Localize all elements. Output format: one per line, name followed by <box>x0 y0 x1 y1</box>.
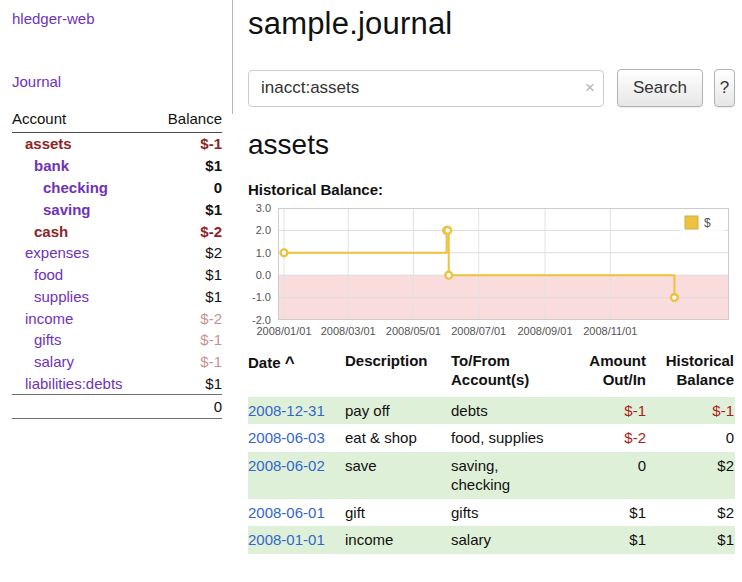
chart-title: Historical Balance: <box>248 181 735 198</box>
account-balance: $-2 <box>153 307 222 329</box>
accounts-total-spacer <box>12 395 153 419</box>
transaction-balance: $2 <box>647 499 735 527</box>
account-row: food$1 <box>12 264 222 286</box>
clear-search-icon[interactable]: × <box>585 79 595 96</box>
account-name-cell: liabilities:debts <box>12 373 153 395</box>
transaction-description: income <box>345 526 451 554</box>
account-name-cell: food <box>12 264 153 286</box>
transaction-date-link[interactable]: 2008-06-03 <box>248 429 325 446</box>
col-amount: Amount Out/In <box>561 350 647 397</box>
help-button[interactable]: ? <box>714 69 735 107</box>
legend-swatch <box>685 216 698 229</box>
accounts-total-row: 0 <box>12 395 222 419</box>
account-balance: $1 <box>153 198 222 220</box>
transaction-description: save <box>345 452 451 499</box>
account-link[interactable]: saving <box>43 201 91 218</box>
account-name-cell: expenses <box>12 242 153 264</box>
register-header-row: Date ^ Description To/From Account(s) Am… <box>248 350 735 397</box>
account-name-cell: assets <box>12 133 153 155</box>
account-link[interactable]: gifts <box>34 331 62 348</box>
svg-text:0.0: 0.0 <box>256 269 271 281</box>
account-row: assets$-1 <box>12 133 222 155</box>
data-point <box>445 272 452 279</box>
account-link[interactable]: food <box>34 266 63 283</box>
account-balance: $1 <box>153 264 222 286</box>
transaction-row: 2008-06-03eat & shopfood, supplies$-20 <box>248 424 735 452</box>
account-row: income$-2 <box>12 307 222 329</box>
account-row: salary$-1 <box>12 351 222 373</box>
transaction-amount: $-2 <box>561 424 647 452</box>
account-link[interactable]: expenses <box>25 244 89 261</box>
transaction-row: 2008-06-01giftgifts$1$2 <box>248 499 735 527</box>
account-balance: $1 <box>153 373 222 395</box>
account-link[interactable]: liabilities:debts <box>25 375 123 392</box>
account-link[interactable]: checking <box>43 179 108 196</box>
account-balance: $1 <box>153 285 222 307</box>
account-row: saving$1 <box>12 198 222 220</box>
transaction-date-link[interactable]: 2008-01-01 <box>248 531 325 548</box>
col-description: Description <box>345 350 451 397</box>
transaction-description: pay off <box>345 397 451 425</box>
account-name-cell: checking <box>12 177 153 199</box>
transaction-date-cell: 2008-12-31 <box>248 397 345 425</box>
col-date[interactable]: Date ^ <box>248 350 345 397</box>
chart-legend: $ <box>679 212 726 234</box>
account-link[interactable]: bank <box>34 157 69 174</box>
account-row: checking0 <box>12 177 222 199</box>
sidebar: hledger-web Journal Account Balance asse… <box>0 0 233 582</box>
account-link[interactable]: salary <box>34 353 74 370</box>
search-button[interactable]: Search <box>617 69 703 107</box>
svg-text:-2.0: -2.0 <box>252 314 271 326</box>
account-name-cell: income <box>12 307 153 329</box>
transaction-balance: $-1 <box>647 397 735 425</box>
transaction-date-link[interactable]: 2008-06-01 <box>248 504 325 521</box>
data-point <box>671 294 678 301</box>
svg-text:3.0: 3.0 <box>256 204 271 214</box>
account-name-cell: supplies <box>12 285 153 307</box>
account-balance: $-2 <box>153 220 222 242</box>
account-balance: $2 <box>153 242 222 264</box>
transaction-row: 2008-12-31pay offdebts$-1$-1 <box>248 397 735 425</box>
page-title: sample.journal <box>248 6 735 42</box>
account-name-cell: saving <box>12 198 153 220</box>
account-link[interactable]: assets <box>25 135 72 152</box>
account-row: liabilities:debts$1 <box>12 373 222 395</box>
svg-text:2008/03/01: 2008/03/01 <box>321 325 376 337</box>
transaction-amount: $1 <box>561 499 647 527</box>
search-input[interactable] <box>248 70 604 107</box>
account-row: expenses$2 <box>12 242 222 264</box>
sidebar-item-journal[interactable]: Journal <box>12 73 222 90</box>
svg-text:2008/07/01: 2008/07/01 <box>451 325 506 337</box>
transaction-date-link[interactable]: 2008-06-02 <box>248 457 325 474</box>
account-link[interactable]: income <box>25 310 73 327</box>
svg-text:2008/09/01: 2008/09/01 <box>517 325 572 337</box>
svg-text:2008/05/01: 2008/05/01 <box>386 325 441 337</box>
brand-link[interactable]: hledger-web <box>12 10 222 27</box>
svg-text:1.0: 1.0 <box>256 247 271 259</box>
data-point <box>444 227 451 234</box>
svg-text:-1.0: -1.0 <box>252 291 271 303</box>
balance-chart: $3.02.01.00.0-1.0-2.02008/01/012008/03/0… <box>248 204 735 338</box>
register-table: Date ^ Description To/From Account(s) Am… <box>248 350 735 554</box>
accounts-col-account: Account <box>12 110 153 133</box>
accounts-table: Account Balance assets$-1bank$1checking0… <box>12 110 222 419</box>
sort-ascending-icon: ^ <box>285 353 295 372</box>
transaction-date-link[interactable]: 2008-12-31 <box>248 402 325 419</box>
account-balance: 0 <box>153 177 222 199</box>
search-bar: × Search ? <box>248 69 735 107</box>
account-balance: $-1 <box>153 133 222 155</box>
account-link[interactable]: supplies <box>34 288 89 305</box>
account-link[interactable]: cash <box>34 223 68 240</box>
svg-text:2008/01/01: 2008/01/01 <box>256 325 311 337</box>
transaction-date-cell: 2008-06-03 <box>248 424 345 452</box>
account-name-cell: cash <box>12 220 153 242</box>
account-balance: $-1 <box>153 351 222 373</box>
main-content: sample.journal × Search ? assets Histori… <box>233 0 742 582</box>
transaction-row: 2008-06-02savesaving, checking0$2 <box>248 452 735 499</box>
transaction-date-cell: 2008-01-01 <box>248 526 345 554</box>
col-accounts: To/From Account(s) <box>451 350 561 397</box>
transaction-date-cell: 2008-06-02 <box>248 452 345 499</box>
account-name-cell: gifts <box>12 329 153 351</box>
transaction-accounts: debts <box>451 397 561 425</box>
transaction-amount: 0 <box>561 452 647 499</box>
